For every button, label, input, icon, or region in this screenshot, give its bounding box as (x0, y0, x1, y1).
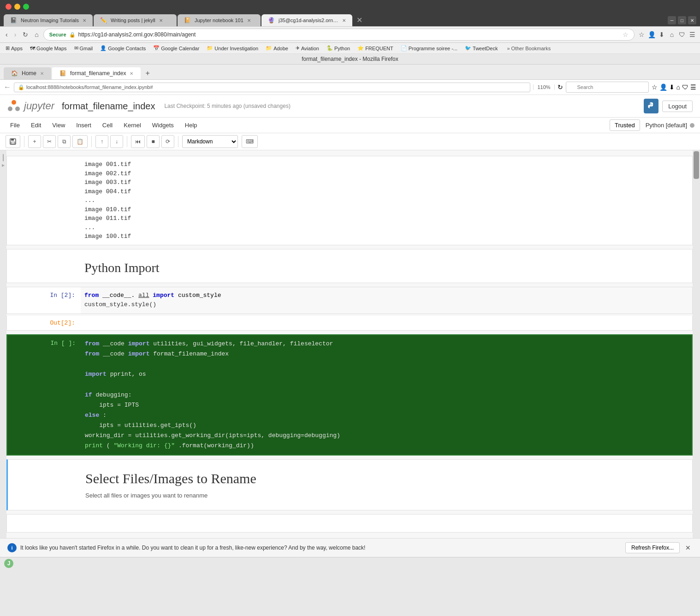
menu-icon[interactable]: ☰ (688, 30, 696, 39)
inner-identity-icon[interactable]: 👤 (659, 83, 667, 91)
address-text[interactable]: https://cg1d-analysis2.ornl.gov:8080/mai… (78, 31, 620, 38)
output-line-7: image 011.tif (84, 214, 688, 223)
cell-2-line-1: from __code__. all import custom_style (84, 291, 688, 301)
forward-button[interactable]: › (12, 30, 18, 39)
menu-cell[interactable]: Cell (98, 120, 117, 130)
inner-tab-home-close[interactable]: ✕ (40, 71, 44, 76)
cell-type-select[interactable]: Markdown Code Raw NBConvert (182, 135, 238, 148)
logout-button[interactable]: Logout (662, 101, 693, 112)
bookmark-frequent[interactable]: ⭐ FREQUENT (356, 44, 395, 52)
home-nav-icon[interactable]: ⌂ (668, 30, 676, 39)
bookmark-tweetdeck[interactable]: 🐦 TweetDeck (463, 44, 499, 52)
tab-close-3[interactable]: ✕ (342, 18, 346, 23)
inner-tab-notebook-close[interactable]: ✕ (130, 71, 133, 76)
bookmark-python[interactable]: 🐍 Python (325, 44, 352, 52)
inner-shield-icon[interactable]: 🛡 (682, 83, 688, 91)
inner-tab-notebook[interactable]: 📔 format_filename_index ✕ (52, 67, 141, 79)
bookmark-aviation[interactable]: ✈ Aviation (294, 44, 321, 52)
browser-tab-3[interactable]: 🔮 j35@cg1d-analysis2.ornl.gov... ✕ (261, 14, 352, 26)
run-all-button[interactable]: ⟳ (161, 135, 174, 148)
bookmark-apps[interactable]: ⊞ Apps (4, 44, 24, 52)
menu-edit[interactable]: Edit (26, 120, 46, 130)
menu-help[interactable]: Help (180, 120, 202, 130)
restore-button[interactable]: ─ (668, 16, 676, 24)
scroll-thumb[interactable] (694, 151, 699, 179)
stop-button[interactable]: ■ (147, 135, 160, 148)
cell-3-code[interactable]: from __code import utilities, gui_widget… (81, 335, 692, 455)
menu-kernel[interactable]: Kernel (119, 120, 146, 130)
code-cell-2[interactable]: In [2]: from __code__. all import custom… (6, 287, 693, 314)
bookmark-google-maps[interactable]: 🗺 Google Maps (28, 45, 68, 52)
tab-close-0[interactable]: ✕ (83, 18, 86, 23)
inner-bookmark-icon[interactable]: ☆ (652, 83, 658, 91)
keyboard-shortcut-button[interactable]: ⌨ (242, 135, 258, 148)
right-scrollbar[interactable] (693, 150, 700, 538)
cell-2-code[interactable]: from __code__. all import custom_style c… (81, 287, 692, 314)
bookmark-google-calendar[interactable]: 📅 Google Calendar (151, 44, 201, 52)
paste-cell-button[interactable]: 📋 (72, 135, 88, 148)
maximize-button[interactable]: □ (678, 16, 686, 24)
cell-2-line-2: custom_style.style() (84, 300, 688, 310)
traffic-lights (6, 4, 29, 10)
notification-close-button[interactable]: ✕ (683, 544, 693, 551)
address-bar[interactable]: Secure 🔒 https://cg1d-analysis2.ornl.gov… (43, 29, 635, 41)
browser-tabs-bar: 📓 Neutron Imaging Tutorials ✕ ✏️ Writing… (0, 13, 700, 26)
reload-button[interactable]: ↻ (21, 30, 30, 39)
run-to-first-button[interactable]: ⏮ (131, 135, 145, 148)
inner-reload-button[interactable]: ↻ (558, 83, 563, 91)
left-panel-toggle[interactable]: ▶ (0, 150, 6, 538)
new-tab-button[interactable]: ✕ (353, 13, 366, 26)
cut-cell-button[interactable]: ✂ (43, 135, 56, 148)
menu-file[interactable]: File (6, 120, 24, 130)
inner-back-button[interactable]: ← (4, 83, 11, 91)
trusted-button[interactable]: Trusted (610, 119, 640, 131)
cell-3-line-8: else : (85, 410, 688, 421)
tab-close-2[interactable]: ✕ (247, 18, 251, 23)
menu-insert[interactable]: Insert (71, 120, 96, 130)
browser-tab-2[interactable]: 📔 Jupyter notebook 101 ✕ (178, 14, 261, 26)
menu-widgets[interactable]: Widgets (148, 120, 178, 130)
browser-tab-0[interactable]: 📓 Neutron Imaging Tutorials ✕ (4, 14, 93, 26)
inner-menu-icon[interactable]: ☰ (690, 83, 696, 91)
minimize-button[interactable] (14, 4, 20, 10)
inner-tab-home[interactable]: 🏠 Home ✕ (4, 67, 51, 79)
bookmark-programme-label: Programme soiree -... (409, 46, 457, 51)
add-cell-button[interactable]: + (28, 135, 41, 148)
back-button[interactable]: ‹ (4, 30, 10, 39)
tab-close-1[interactable]: ✕ (159, 18, 163, 23)
bookmark-programme[interactable]: 📄 Programme soiree -... (399, 44, 459, 52)
bookmark-icon[interactable]: ☆ (637, 30, 646, 39)
inner-search-input[interactable] (566, 82, 649, 93)
inner-download-icon[interactable]: ⬇ (669, 83, 675, 91)
refresh-firefox-button[interactable]: Refresh Firefox... (625, 542, 680, 553)
fullscreen-button[interactable] (23, 4, 29, 10)
identity-icon[interactable]: 👤 (647, 30, 656, 39)
bookmark-google-contacts[interactable]: 👤 Google Contacts (98, 44, 148, 52)
code-3-2: utilities, gui_widgets, file_handler, fi… (153, 340, 333, 347)
browser-tab-1[interactable]: ✏️ Writing posts | jekyll ✕ (94, 14, 177, 26)
code-cell-3[interactable]: In [ ]: from __code import utilities, gu… (6, 334, 693, 456)
bookmark-more[interactable]: » Other Bookmarks (505, 45, 552, 52)
notebook-title[interactable]: format_filename_index (62, 101, 155, 112)
move-down-button[interactable]: ↓ (110, 135, 123, 148)
bookmark-under-investigation[interactable]: 📁 Under Investigation (205, 44, 260, 52)
close-window-button[interactable]: ✕ (688, 16, 696, 24)
inner-tab-new-button[interactable]: + (142, 67, 153, 79)
bookmark-star-icon[interactable]: ☆ (623, 31, 629, 38)
inner-home-icon[interactable]: ⌂ (676, 83, 680, 91)
save-button[interactable] (6, 135, 20, 148)
home-button[interactable]: ⌂ (33, 30, 40, 39)
zoom-indicator[interactable]: 110% (533, 84, 554, 90)
menu-view[interactable]: View (47, 120, 70, 130)
svg-point-0 (12, 100, 16, 105)
move-up-button[interactable]: ↑ (95, 135, 108, 148)
bookmark-gmail[interactable]: ✉ Gmail (72, 44, 95, 52)
bookmark-adobe[interactable]: 📁 Adobe (264, 44, 290, 52)
close-button[interactable] (6, 4, 12, 10)
shield-icon[interactable]: 🛡 (678, 30, 686, 39)
svg-text:J: J (7, 560, 11, 567)
copy-cell-button[interactable]: ⧉ (58, 135, 71, 148)
inner-address-bar[interactable]: 🔒 localhost:8888/notebooks/format_filena… (14, 83, 530, 92)
download-icon[interactable]: ⬇ (658, 30, 666, 39)
inner-address-text[interactable]: localhost:8888/notebooks/format_filename… (26, 84, 153, 90)
